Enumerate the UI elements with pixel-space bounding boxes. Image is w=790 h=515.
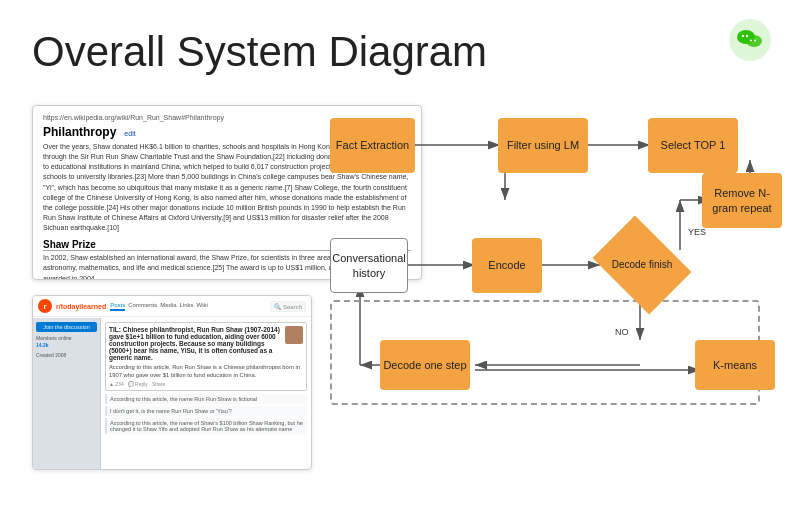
reddit-post: TIL: Chinese philanthropist, Run Run Sha… [105, 322, 307, 391]
reddit-share[interactable]: Share [152, 381, 165, 387]
svg-point-3 [742, 35, 744, 37]
reddit-post-title[interactable]: TIL: Chinese philanthropist, Run Run Sha… [109, 326, 282, 361]
reddit-tab-comments[interactable]: Comments [128, 302, 157, 311]
reddit-logo: r [38, 299, 52, 313]
reddit-vote[interactable]: ▲ 234 [109, 381, 124, 387]
page-title: Overall System Diagram [32, 28, 487, 76]
reddit-tab-wiki[interactable]: Wiki [197, 302, 208, 311]
reddit-tab-media[interactable]: Media [160, 302, 176, 311]
svg-point-5 [750, 39, 752, 41]
wiki-section-title: Philanthropy [43, 125, 116, 139]
svg-point-4 [746, 35, 748, 37]
decode-finish-box: Decode finish [602, 235, 682, 295]
select-top1-box: Select TOP 1 [648, 118, 738, 173]
svg-point-6 [754, 39, 756, 41]
kmeans-box: K-means [695, 340, 775, 390]
decode-one-box: Decode one step [380, 340, 470, 390]
reddit-join-button[interactable]: Join the discussion [36, 322, 97, 332]
reddit-search[interactable]: 🔍 Search [270, 301, 306, 312]
reddit-tabs: Posts Comments Media Links Wiki [110, 302, 208, 311]
wiki-edit-link[interactable]: edit [124, 130, 135, 137]
remove-ngram-box: Remove N- gram repeat [702, 173, 782, 228]
decode-finish-label: Decode finish [612, 259, 673, 271]
reddit-tab-links[interactable]: Links [180, 302, 194, 311]
reddit-tab-posts[interactable]: Posts [110, 302, 125, 311]
reddit-sidebar-info: Members online 14.2k Created 2008 [36, 335, 97, 359]
reddit-header: r r/todayilearned Posts Comments Media L… [33, 296, 311, 317]
reddit-post-body: According to this article, Run Run Shaw … [109, 363, 303, 379]
reddit-sidebar: Join the discussion Members online 14.2k… [33, 318, 101, 469]
yes-label: YES [688, 227, 706, 237]
flowchart: YES NO Fact Extraction Filter using LM S… [320, 100, 765, 490]
conv-history-box: Conversational history [330, 238, 408, 293]
svg-point-2 [746, 35, 762, 47]
reddit-snippet: r r/todayilearned Posts Comments Media L… [32, 295, 312, 470]
reddit-main: TIL: Chinese philanthropist, Run Run Sha… [101, 318, 311, 469]
reddit-subreddit[interactable]: r/todayilearned [56, 303, 106, 310]
reddit-avatar [285, 326, 303, 344]
filter-lm-box: Filter using LM [498, 118, 588, 173]
reddit-comments-count[interactable]: 💬 Reply [128, 381, 148, 387]
wechat-icon [728, 18, 772, 62]
encode-box: Encode [472, 238, 542, 293]
reddit-comment-3: According to this article, the name of S… [105, 418, 307, 434]
reddit-comment-1: According to this article, the name Run … [105, 394, 307, 404]
reddit-comment-2: I don't get it, is the name Run Run Shaw… [105, 406, 307, 416]
fact-extraction-box: Fact Extraction [330, 118, 415, 173]
